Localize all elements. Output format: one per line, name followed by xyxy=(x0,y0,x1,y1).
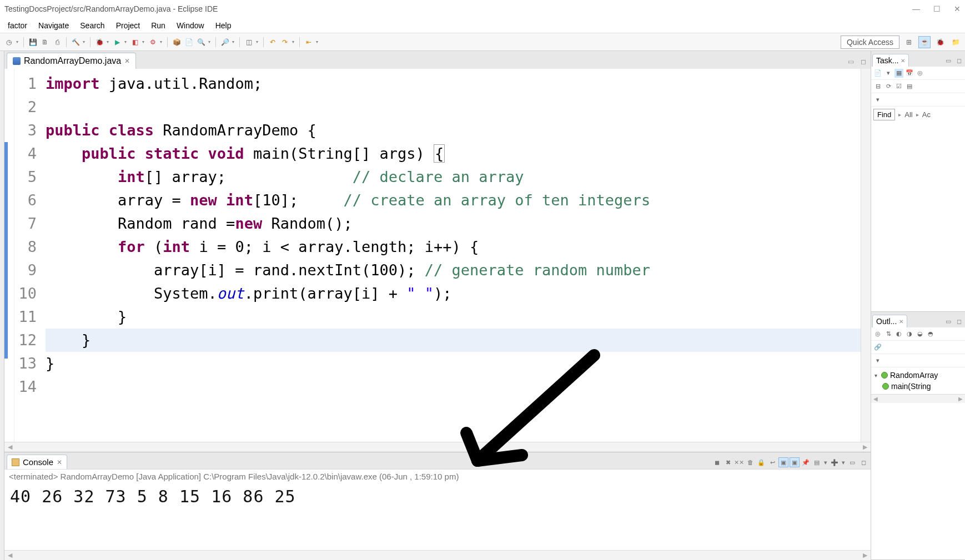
code-line[interactable]: } xyxy=(46,329,861,352)
scroll-lock-icon[interactable]: 🔒 xyxy=(756,457,766,467)
filter-all[interactable]: All xyxy=(904,110,912,119)
schedule-icon[interactable]: 📅 xyxy=(905,69,914,78)
maximize-view-icon[interactable]: ◻ xyxy=(954,56,964,65)
code-line[interactable] xyxy=(46,95,861,119)
dropdown-icon[interactable]: ▾ xyxy=(159,39,164,44)
focus-icon[interactable]: ◎ xyxy=(873,330,882,339)
outline-tab[interactable]: Outl... ✕ xyxy=(872,315,907,327)
show-console-on-stdout-icon[interactable]: ▣ xyxy=(778,457,788,467)
show-console-on-stderr-icon[interactable]: ▣ xyxy=(790,457,800,467)
outline-class-item[interactable]: ▾ RandomArray xyxy=(872,370,964,381)
open-console-icon[interactable]: ➕ xyxy=(830,457,840,467)
resource-perspective-icon[interactable]: 📁 xyxy=(949,36,962,48)
dropdown-icon[interactable]: ▾ xyxy=(315,39,320,44)
dropdown-icon[interactable]: ▾ xyxy=(106,39,110,44)
hide-fields-icon[interactable]: ◐ xyxy=(894,330,903,339)
toggle-mark-icon[interactable]: ◫ xyxy=(243,37,254,48)
menu-window[interactable]: Window xyxy=(171,19,210,32)
maximize-view-icon[interactable]: ◻ xyxy=(858,457,868,467)
minimize-view-icon[interactable]: ▭ xyxy=(846,57,856,67)
code-line[interactable]: import java.util.Random; xyxy=(46,72,861,95)
scroll-left-icon[interactable]: ◀ xyxy=(4,443,16,451)
code-line[interactable]: System.out.print(array[i] + " "); xyxy=(46,282,861,305)
hide-static-icon[interactable]: ◑ xyxy=(905,330,914,339)
pin-console-icon[interactable]: 📌 xyxy=(801,457,811,467)
code-editor[interactable]: 1234567891011121314 import java.util.Ran… xyxy=(4,69,871,442)
scroll-right-icon[interactable]: ▶ xyxy=(860,552,871,559)
open-type-icon[interactable]: 🔍 xyxy=(195,37,207,48)
last-edit-icon[interactable]: ⇤ xyxy=(303,37,314,48)
close-icon[interactable]: ✕ xyxy=(899,319,903,325)
code-line[interactable] xyxy=(46,375,861,398)
forward-icon[interactable]: ↷ xyxy=(279,37,290,48)
hide-nonpublic-icon[interactable]: ◒ xyxy=(916,330,924,339)
dropdown-icon[interactable]: ▾ xyxy=(142,39,146,44)
clear-console-icon[interactable]: 🗑 xyxy=(745,457,755,467)
minimize-view-icon[interactable]: ▭ xyxy=(847,457,857,467)
menu-navigate[interactable]: Navigate xyxy=(33,19,74,32)
expand-icon[interactable]: ▾ xyxy=(872,372,879,379)
dropdown-icon[interactable]: ▾ xyxy=(823,457,828,467)
menu-project[interactable]: Project xyxy=(110,19,146,32)
new-class-icon[interactable]: 📄 xyxy=(183,37,194,48)
new-icon[interactable]: ◷ xyxy=(3,37,14,48)
menu-help[interactable]: Help xyxy=(210,19,237,32)
code-line[interactable]: public class RandomArrayDemo { xyxy=(46,119,861,142)
run-icon[interactable]: ▶ xyxy=(112,37,123,48)
dropdown-icon[interactable]: ▾ xyxy=(16,39,20,44)
filter-activate[interactable]: Ac xyxy=(922,110,931,119)
terminate-icon[interactable]: ◼ xyxy=(712,457,722,467)
scroll-left-icon[interactable]: ◀ xyxy=(871,396,880,402)
word-wrap-icon[interactable]: ↩ xyxy=(767,457,777,467)
dropdown-icon[interactable]: ▾ xyxy=(291,39,296,44)
menu-run[interactable]: Run xyxy=(145,19,171,32)
outline-horizontal-scrollbar[interactable]: ◀ ▶ xyxy=(871,394,965,403)
code-body[interactable]: import java.util.Random; public class Ra… xyxy=(41,69,861,442)
code-line[interactable]: for (int i = 0; i < array.length; i++) { xyxy=(46,235,861,259)
editor-tab-active[interactable]: RandomArrayDemo.java ✕ xyxy=(7,53,136,69)
minimize-button[interactable]: — xyxy=(912,4,920,13)
print-icon[interactable]: ⎙ xyxy=(52,37,63,48)
debug-perspective-icon[interactable]: 🐞 xyxy=(934,36,946,48)
dropdown-icon[interactable]: ▾ xyxy=(82,39,87,44)
code-line[interactable]: public static void main(String[] args) { xyxy=(46,142,861,165)
code-line[interactable]: Random rand =new Random(); xyxy=(46,212,861,235)
code-line[interactable]: } xyxy=(46,305,861,329)
maximize-button[interactable]: ☐ xyxy=(933,4,941,13)
hide-local-icon[interactable]: ◓ xyxy=(926,330,935,339)
dropdown-icon[interactable]: ▾ xyxy=(232,39,236,44)
code-line[interactable]: array = new int[10]; // create an array … xyxy=(46,189,861,212)
focus-icon[interactable]: ◎ xyxy=(916,69,924,78)
menu-search[interactable]: Search xyxy=(74,19,110,32)
scroll-right-icon[interactable]: ▶ xyxy=(956,396,965,402)
console-horizontal-scrollbar[interactable]: ◀ ▶ xyxy=(4,550,871,560)
remove-all-icon[interactable]: ⨯⨯ xyxy=(734,457,744,467)
editor-vertical-scrollbar[interactable] xyxy=(861,69,871,442)
dropdown-icon[interactable]: ▾ xyxy=(841,457,846,467)
debug-icon[interactable]: 🐞 xyxy=(94,37,105,48)
code-line[interactable]: array[i] = rand.nextInt(100); // generat… xyxy=(46,259,861,282)
build-icon[interactable]: 🔨 xyxy=(70,37,81,48)
close-icon[interactable]: ✕ xyxy=(57,458,62,466)
minimize-view-icon[interactable]: ▭ xyxy=(943,56,953,65)
editor-horizontal-scrollbar[interactable]: ◀ ▶ xyxy=(4,442,871,452)
close-icon[interactable]: ✕ xyxy=(901,58,905,64)
console-tab[interactable]: Console ✕ xyxy=(7,455,67,469)
maximize-view-icon[interactable]: ◻ xyxy=(858,57,868,67)
open-perspective-icon[interactable]: ⊞ xyxy=(903,36,915,48)
synchronize-icon[interactable]: ⟳ xyxy=(884,82,893,91)
outline-method-item[interactable]: main(String xyxy=(872,381,964,392)
close-icon[interactable]: ✕ xyxy=(124,57,130,65)
back-icon[interactable]: ↶ xyxy=(267,37,278,48)
code-line[interactable]: int[] array; // declare an array xyxy=(46,165,861,189)
quick-access[interactable]: Quick Access xyxy=(841,36,899,49)
scroll-left-icon[interactable]: ◀ xyxy=(4,552,16,559)
coverage-icon[interactable]: ◧ xyxy=(129,37,140,48)
display-selected-console-icon[interactable]: ▤ xyxy=(812,457,822,467)
new-package-icon[interactable]: 📦 xyxy=(171,37,182,48)
collapse-all-icon[interactable]: ⊟ xyxy=(873,82,882,91)
dropdown-icon[interactable]: ▾ xyxy=(873,356,882,365)
sort-icon[interactable]: ⇅ xyxy=(884,330,893,339)
ext-tools-icon[interactable]: ⚙ xyxy=(147,37,158,48)
scroll-right-icon[interactable]: ▶ xyxy=(860,443,871,451)
